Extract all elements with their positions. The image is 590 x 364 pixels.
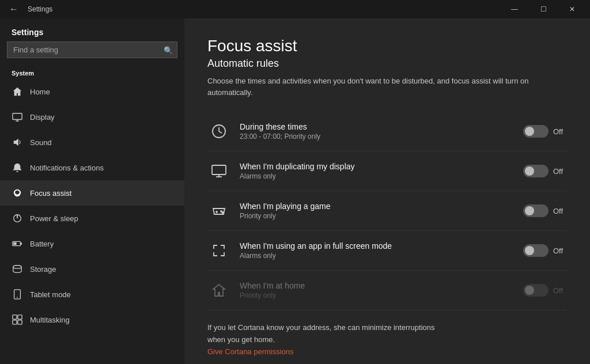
rule-name-home: When I'm at home (240, 281, 514, 290)
sidebar-label-power: Power & sleep (30, 214, 78, 223)
rule-text-game: When I'm playing a game Priority only (240, 202, 514, 220)
sidebar-label-focus: Focus assist (30, 189, 71, 198)
toggle-label-fullscreen: Off (553, 247, 567, 255)
toggle-gaming[interactable] (523, 204, 549, 217)
sidebar-item-power[interactable]: Power & sleep (0, 206, 184, 231)
toggle-area-dup: Off (523, 165, 567, 177)
sidebar-section-title: System (0, 65, 184, 79)
rule-name-game: When I'm playing a game (240, 202, 514, 211)
cortana-permissions-link[interactable]: Give Cortana permissions (207, 347, 294, 356)
rule-text-during: During these times 23:00 - 07:00; Priori… (240, 122, 514, 141)
rule-gaming: When I'm playing a game Priority only Of… (207, 191, 567, 231)
rule-name-fullscreen: When I'm using an app in full screen mod… (240, 241, 514, 251)
sidebar-item-tablet[interactable]: Tablet mode (0, 282, 184, 307)
sidebar-label-notifications: Notifications & actions (30, 164, 104, 172)
toggle-area-game: Off (523, 204, 567, 217)
battery-icon (12, 238, 23, 249)
cortana-text1: If you let Cortana know your address, sh… (207, 322, 567, 334)
title-bar-title: Settings (28, 5, 52, 13)
rule-sub-game: Priority only (240, 212, 514, 220)
sidebar-item-sound[interactable]: Sound (0, 130, 184, 155)
toggle-area-during: Off (523, 125, 567, 138)
toggle-during-times[interactable] (523, 125, 549, 138)
focus-icon (12, 187, 23, 199)
rule-at-home: When I'm at home Priority only Off (207, 271, 567, 310)
toggle-label-home: Off (553, 286, 567, 295)
clock-icon (207, 120, 230, 143)
svg-rect-15 (18, 320, 22, 324)
sidebar-item-notifications[interactable]: Notifications & actions (0, 155, 184, 180)
rule-during-times: During these times 23:00 - 07:00; Priori… (207, 112, 567, 151)
title-bar-left: ← Settings (5, 2, 52, 17)
search-input[interactable] (7, 41, 177, 58)
toggle-duplicating[interactable] (523, 165, 549, 177)
sidebar-item-focus[interactable]: Focus assist (0, 180, 184, 206)
sidebar-item-battery[interactable]: Battery (0, 231, 184, 256)
svg-line-18 (219, 131, 222, 133)
content-area: Focus assist Automatic rules Choose the … (184, 18, 590, 364)
toggle-label-game: Off (553, 207, 567, 215)
svg-rect-7 (20, 242, 22, 245)
gamepad-icon (207, 199, 230, 222)
multitasking-icon (12, 314, 23, 325)
sidebar-item-multitasking[interactable]: Multitasking (0, 307, 184, 332)
toggle-label-during: Off (553, 127, 567, 136)
rule-name-during: During these times (240, 122, 514, 131)
rule-text-home: When I'm at home Priority only (240, 281, 514, 299)
svg-point-9 (13, 266, 21, 268)
rule-fullscreen: When I'm using an app in full screen mod… (207, 231, 567, 271)
sidebar-label-tablet: Tablet mode (30, 290, 71, 299)
search-icon: 🔍 (164, 46, 173, 54)
title-bar-controls: — ☐ ✕ (501, 0, 585, 18)
cortana-section: If you let Cortana know your address, sh… (207, 315, 567, 364)
toggle-label-dup: Off (553, 167, 567, 176)
rule-text-dup: When I'm duplicating my display Alarms o… (240, 162, 514, 180)
toggle-area-home: Off (523, 284, 567, 297)
back-button[interactable]: ← (5, 2, 23, 17)
rule-sub-during: 23:00 - 07:00; Priority only (240, 132, 514, 141)
svg-rect-12 (13, 315, 17, 319)
section-title: Automatic rules (207, 58, 567, 70)
close-button[interactable]: ✕ (559, 0, 585, 18)
rule-sub-fullscreen: Alarms only (240, 252, 514, 260)
sidebar-label-multitasking: Multitasking (30, 316, 70, 324)
monitor-icon (207, 160, 230, 183)
sidebar-item-home[interactable]: Home (0, 79, 184, 104)
home-icon (12, 86, 23, 97)
minimize-button[interactable]: — (501, 0, 528, 18)
toggle-at-home[interactable] (523, 284, 549, 297)
sidebar-label-sound: Sound (30, 138, 52, 147)
rule-text-fullscreen: When I'm using an app in full screen mod… (240, 241, 514, 260)
sidebar-item-display[interactable]: Display (0, 104, 184, 130)
sidebar-label-storage: Storage (30, 265, 56, 274)
sidebar-label-battery: Battery (30, 240, 54, 248)
rule-sub-home: Priority only (240, 291, 514, 299)
sound-icon (12, 136, 23, 148)
sidebar-search: 🔍 (7, 41, 177, 58)
page-title: Focus assist (207, 37, 567, 55)
sidebar-item-storage[interactable]: Storage (0, 256, 184, 282)
section-desc: Choose the times and activities when you… (207, 75, 567, 98)
sidebar-label-home: Home (30, 88, 50, 96)
fullscreen-icon (207, 239, 230, 262)
svg-point-25 (222, 212, 224, 213)
svg-rect-13 (18, 315, 22, 319)
power-icon (12, 213, 23, 224)
main-layout: Settings 🔍 System Home Di (0, 18, 590, 364)
tablet-icon (12, 289, 23, 300)
svg-marker-3 (14, 139, 18, 146)
sidebar-header: Settings (0, 18, 184, 41)
notifications-icon (12, 162, 23, 173)
svg-rect-0 (13, 113, 22, 120)
toggle-fullscreen[interactable] (523, 244, 549, 257)
svg-point-11 (17, 297, 18, 298)
restore-button[interactable]: ☐ (530, 0, 557, 18)
home-location-icon (207, 279, 230, 302)
rule-sub-dup: Alarms only (240, 172, 514, 180)
svg-rect-8 (13, 242, 16, 245)
svg-rect-14 (13, 320, 17, 324)
svg-rect-19 (212, 165, 226, 175)
rule-name-dup: When I'm duplicating my display (240, 162, 514, 171)
title-bar: ← Settings — ☐ ✕ (0, 0, 590, 18)
display-icon (12, 111, 23, 123)
